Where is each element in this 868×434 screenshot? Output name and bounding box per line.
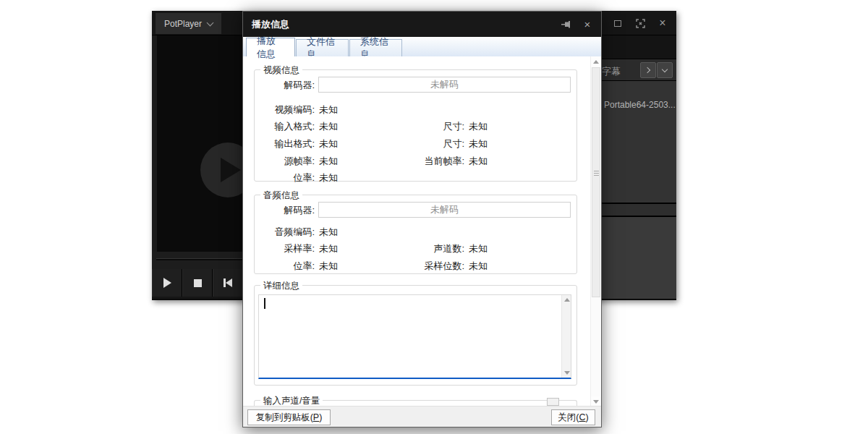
field-value: 未知 [469,137,488,150]
audio-info-row: 音频编码: 未知 [255,226,576,238]
field-label: 源帧率: [255,155,315,168]
audio-decoder-field[interactable] [318,202,571,218]
video-info-group: 视频信息 解码器: 视频编码: 未知 输入格式: 未知 尺寸: 未知 输出格式:… [254,69,577,182]
text-cursor [264,298,265,309]
dialog-content: 视频信息 解码器: 视频编码: 未知 输入格式: 未知 尺寸: 未知 输出格式:… [243,56,601,407]
fullscreen-icon [636,19,645,28]
detail-info-group: 详细信息 [254,285,577,386]
field-label: 声道数: [407,242,464,255]
chevron-right-icon [644,67,650,73]
truncated-control[interactable] [547,398,559,406]
tab-playback-info[interactable]: 播放信息 [246,38,295,56]
playlist-bottom-section [602,217,676,299]
close-button[interactable]: × [655,15,671,31]
field-value: 未知 [319,137,338,150]
stop-button[interactable] [182,269,213,297]
potplayer-menu-button[interactable]: PotPlayer [156,13,221,34]
detail-info-group-title: 详细信息 [260,280,302,292]
field-value: 未知 [319,155,338,168]
field-label: 输出格式: [255,137,315,150]
fullscreen-button[interactable] [632,15,648,31]
video-info-row: 位率: 未知 [255,171,576,184]
field-value: 未知 [319,242,338,255]
chevron-down-icon [662,66,668,72]
field-value: 未知 [319,260,338,273]
playlist-header: 搜索字幕 [602,59,676,81]
field-label: 采样率: [255,242,315,255]
play-logo-icon [221,158,241,182]
video-info-group-title: 视频信息 [260,64,302,77]
dialog-tabstrip: 播放信息 文件信息 系统信息 [243,37,601,56]
audio-info-group-title: 音频信息 [260,190,302,202]
video-info-row: 输入格式: 未知 尺寸: 未知 [255,120,576,132]
potplayer-menu-label: PotPlayer [164,19,202,29]
scrollbar-up-button[interactable] [591,56,601,67]
detail-textarea[interactable] [258,294,571,379]
textarea-scrollbar[interactable] [561,295,571,378]
pin-button[interactable] [559,18,572,31]
scroll-down-icon [593,400,599,404]
button-label: 关闭( [558,412,579,424]
field-label: 位率: [255,171,315,184]
field-value: 未知 [469,260,488,273]
playback-info-dialog: 播放信息 × 播放信息 文件信息 系统信息 视频信息 解码器: 视频编码: 未知 [242,11,602,427]
video-info-row: 源帧率: 未知 当前帧率: 未知 [255,155,576,167]
field-label: 输入格式: [255,120,315,133]
button-label: 复制到剪贴板( [256,412,313,424]
field-value: 未知 [469,120,488,133]
field-value: 未知 [319,171,338,184]
dialog-title: 播放信息 [252,18,289,31]
pin-icon [561,20,571,29]
tab-file-info[interactable]: 文件信息 [296,39,349,56]
dialog-scrollbar[interactable] [590,56,600,407]
video-info-row: 输出格式: 未知 尺寸: 未知 [255,137,576,150]
field-label: 尺寸: [407,120,464,133]
playlist-list: Portable64-2503... [602,81,676,203]
field-label: 位率: [255,260,315,273]
playlist-item[interactable]: Portable64-2503... [604,100,676,110]
video-decoder-field[interactable] [318,77,571,93]
button-label: ) [319,412,322,422]
field-label: 尺寸: [407,137,464,150]
video-decoder-label: 解码器: [255,79,315,92]
audio-info-row: 采样率: 未知 声道数: 未知 [255,242,576,255]
field-value: 未知 [319,103,338,116]
playlist-panel: 搜索字幕 Portable64-2503... [600,35,676,299]
dialog-bottom-bar: 复制到剪贴板(P) 关闭(C) [243,406,601,427]
previous-icon [224,278,232,287]
playlist-expand-button[interactable] [640,62,656,78]
button-accesskey: P [313,412,319,422]
dialog-close-button[interactable]: × [581,18,594,31]
field-value: 未知 [469,155,488,168]
playlist-dropdown-button[interactable] [657,62,673,78]
close-icon: × [584,19,591,30]
button-accesskey: C [579,412,585,422]
scroll-down-icon[interactable] [564,371,570,375]
button-label: ) [586,412,589,422]
audio-info-group: 音频信息 解码器: 音频编码: 未知 采样率: 未知 声道数: 未知 位率: 未… [254,195,577,274]
stop-icon [194,279,202,287]
playlist-panel-top [602,35,676,59]
field-value: 未知 [319,120,338,133]
close-dialog-button[interactable]: 关闭(C) [551,409,595,425]
scroll-up-icon[interactable] [564,298,570,302]
field-value: 未知 [469,242,488,255]
scroll-up-icon [593,60,599,64]
play-button[interactable] [152,269,182,297]
audio-decoder-label: 解码器: [255,204,315,217]
close-icon: × [659,17,665,29]
dialog-titlebar[interactable]: 播放信息 × [243,12,601,37]
audio-info-row: 位率: 未知 采样位数: 未知 [255,260,576,272]
maximize-button[interactable] [610,15,626,31]
field-label: 当前帧率: [407,155,464,168]
tab-system-info[interactable]: 系统信息 [349,39,402,56]
scrollbar-thumb[interactable] [592,67,600,297]
field-label: 采样位数: [407,260,464,273]
field-label: 视频编码: [255,103,315,116]
maximize-icon [614,20,621,27]
previous-button[interactable] [213,269,243,297]
field-label: 音频编码: [255,226,315,239]
playlist-section-divider [602,203,676,217]
copy-to-clipboard-button[interactable]: 复制到剪贴板(P) [247,409,331,425]
video-info-row: 视频编码: 未知 [255,103,576,116]
